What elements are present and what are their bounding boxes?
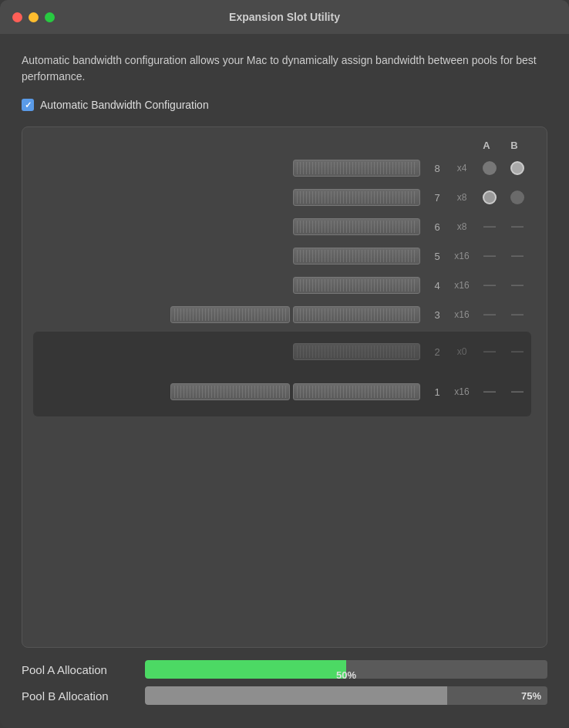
minimize-button[interactable] bbox=[29, 12, 39, 22]
slot-speed-7: x8 bbox=[448, 192, 476, 203]
slot-card-3-left bbox=[170, 306, 290, 323]
slot-card-7 bbox=[293, 189, 420, 206]
pool-b-dot-7[interactable] bbox=[503, 190, 531, 204]
auto-bandwidth-checkbox[interactable]: ✓ bbox=[22, 99, 34, 111]
slot-row: 5 x16 — — bbox=[33, 244, 531, 268]
pool-b-dot-4[interactable]: — bbox=[503, 278, 531, 292]
auto-bandwidth-row[interactable]: ✓ Automatic Bandwidth Configuration bbox=[22, 99, 547, 111]
pool-dots-6: — — bbox=[476, 220, 531, 234]
slot-card-1-left bbox=[170, 383, 290, 400]
pool-a-dot-1[interactable]: — bbox=[476, 385, 503, 399]
checkmark-icon: ✓ bbox=[25, 101, 32, 110]
slot-cards-2 bbox=[33, 343, 420, 360]
slot-number-8: 8 bbox=[426, 163, 448, 174]
col-b-header: B bbox=[500, 140, 528, 151]
slot-cards-1 bbox=[33, 383, 420, 400]
slot-speed-4: x16 bbox=[448, 280, 476, 291]
slot-speed-8: x4 bbox=[448, 163, 476, 174]
pool-a-dot-7[interactable] bbox=[476, 190, 503, 204]
pool-a-bar[interactable]: 50% bbox=[145, 660, 547, 679]
slot-speed-6: x8 bbox=[448, 221, 476, 232]
pool-a-fill bbox=[145, 660, 346, 679]
slot-card-6 bbox=[293, 218, 420, 235]
slot-speed-2: x0 bbox=[448, 346, 476, 357]
slot-row: 6 x8 — — bbox=[33, 214, 531, 239]
slot-row: 2 x0 — — bbox=[33, 339, 531, 364]
pool-b-value: 75% bbox=[521, 690, 541, 702]
slot-cards-7 bbox=[33, 189, 420, 206]
slot-row: 1 x16 — — bbox=[33, 379, 531, 404]
pool-dots-8 bbox=[476, 161, 531, 175]
maximize-button[interactable] bbox=[45, 12, 55, 22]
slot-number-2: 2 bbox=[426, 346, 448, 358]
slot-card-5 bbox=[293, 248, 420, 265]
description-text: Automatic bandwidth configuration allows… bbox=[22, 52, 547, 85]
pool-b-fill bbox=[145, 686, 447, 705]
pool-b-dot-3[interactable]: — bbox=[503, 308, 531, 322]
slot-card-4 bbox=[293, 277, 420, 294]
slot-row: 4 x16 — — bbox=[33, 273, 531, 298]
pool-b-bar[interactable]: 75% bbox=[145, 686, 547, 705]
window: Expansion Slot Utility Automatic bandwid… bbox=[0, 0, 569, 728]
pool-dots-2: — — bbox=[476, 345, 531, 359]
pool-b-dot-5[interactable]: — bbox=[503, 249, 531, 263]
pool-dots-4: — — bbox=[476, 278, 531, 292]
pool-b-dot-1[interactable]: — bbox=[503, 385, 531, 399]
slot-card-8 bbox=[293, 160, 420, 177]
window-title: Expansion Slot Utility bbox=[229, 11, 340, 23]
pool-a-dot-8[interactable] bbox=[476, 161, 503, 175]
pool-a-dot-4[interactable]: — bbox=[476, 278, 503, 292]
pool-a-dot-2[interactable]: — bbox=[476, 345, 503, 359]
auto-bandwidth-label: Automatic Bandwidth Configuration bbox=[40, 99, 209, 111]
slot-cards-5 bbox=[33, 248, 420, 265]
pool-b-dot-8[interactable] bbox=[503, 161, 531, 175]
slot-card-1-right bbox=[293, 383, 420, 400]
slots-header: A B bbox=[33, 140, 531, 151]
pool-b-allocation-row: Pool B Allocation 75% bbox=[22, 686, 547, 705]
slot-number-3: 3 bbox=[426, 309, 448, 321]
slot-number-5: 5 bbox=[426, 251, 448, 262]
slot-cards-8 bbox=[33, 160, 420, 177]
main-content: Automatic bandwidth configuration allows… bbox=[0, 34, 569, 728]
allocation-section: Pool A Allocation 50% Pool B Allocation … bbox=[22, 660, 547, 713]
pool-a-allocation-row: Pool A Allocation 50% bbox=[22, 660, 547, 679]
pool-a-dot-5[interactable]: — bbox=[476, 249, 503, 263]
title-bar: Expansion Slot Utility bbox=[0, 0, 569, 34]
pool-b-dot-2[interactable]: — bbox=[503, 345, 531, 359]
pool-dots-7 bbox=[476, 190, 531, 204]
slot-speed-3: x16 bbox=[448, 309, 476, 320]
slot-number-6: 6 bbox=[426, 221, 448, 233]
slot-number-4: 4 bbox=[426, 280, 448, 292]
slot-cards-3 bbox=[33, 306, 420, 323]
col-a-header: A bbox=[473, 140, 500, 151]
slot-cards-6 bbox=[33, 218, 420, 235]
pool-b-dot-6[interactable]: — bbox=[503, 220, 531, 234]
slot-number-1: 1 bbox=[426, 386, 448, 398]
slot-speed-1: x16 bbox=[448, 386, 476, 397]
slot-number-7: 7 bbox=[426, 192, 448, 204]
slot-row: 7 x8 bbox=[33, 185, 531, 210]
slot-row: 8 x4 bbox=[33, 156, 531, 180]
pool-a-dot-6[interactable]: — bbox=[476, 220, 503, 234]
slot-2-area: 2 x0 — — bbox=[33, 332, 531, 416]
pool-a-value: 50% bbox=[336, 669, 356, 679]
slot-card-2 bbox=[293, 343, 420, 360]
pool-a-label: Pool A Allocation bbox=[22, 663, 145, 676]
traffic-lights bbox=[12, 12, 55, 22]
pool-dots-5: — — bbox=[476, 249, 531, 263]
pool-a-dot-3[interactable]: — bbox=[476, 308, 503, 322]
pool-dots-1: — — bbox=[476, 385, 531, 399]
pool-dots-3: — — bbox=[476, 308, 531, 322]
slot-row: 3 x16 — — bbox=[33, 302, 531, 327]
slots-panel: A B 8 x4 bbox=[22, 126, 547, 648]
pool-b-label: Pool B Allocation bbox=[22, 689, 145, 703]
slot-card-3-right bbox=[293, 306, 420, 323]
close-button[interactable] bbox=[12, 12, 22, 22]
slot-cards-4 bbox=[33, 277, 420, 294]
slot-speed-5: x16 bbox=[448, 251, 476, 261]
